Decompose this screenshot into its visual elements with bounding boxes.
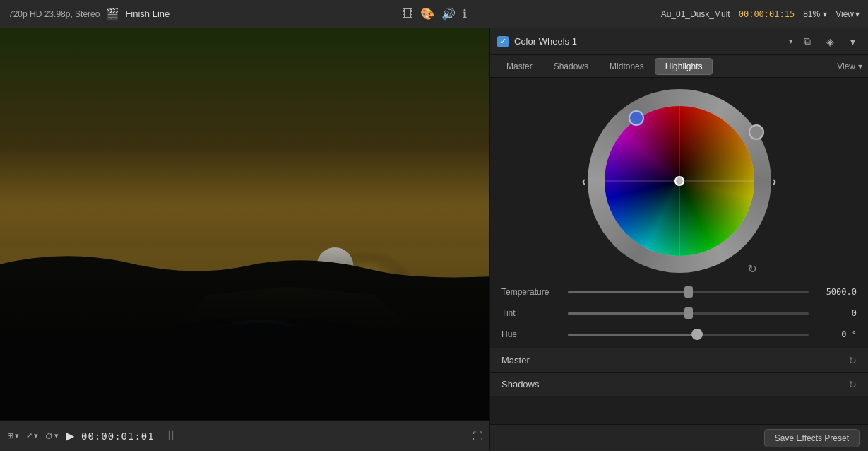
top-bar: 720p HD 23.98p, Stereo 🎬 Finish Line 🎞 🎨… xyxy=(0,0,868,28)
audio-icon[interactable]: 🔊 xyxy=(441,7,456,20)
tint-fill xyxy=(568,312,689,315)
wheel-blue-handle[interactable] xyxy=(629,110,644,126)
top-bar-right: Au_01_Dusk_Mult 00:00:01:15 81% ▾ View ▾ xyxy=(576,9,860,19)
wheel-arrow-right[interactable]: › xyxy=(773,174,777,189)
effect-dropdown-icon[interactable]: ▾ xyxy=(789,37,793,46)
speed-dropdown-icon: ▾ xyxy=(54,431,59,440)
tab-view[interactable]: View ▾ xyxy=(837,62,862,71)
effect-enabled-checkbox[interactable]: ✓ xyxy=(497,36,509,47)
inspector-panel: ✓ Color Wheels 1 ▾ ⧉ ◈ ▾ Master Shadows … xyxy=(489,28,868,451)
video-controls: ⊞ ▾ ⤢ ▾ ⏱ ▾ ▶ 00:00:01:01 ⏸ ⛶ xyxy=(0,420,489,451)
layout-icon: ⊞ xyxy=(7,431,13,440)
speed-control[interactable]: ⏱ ▾ xyxy=(45,431,59,440)
temperature-label: Temperature xyxy=(501,287,559,297)
bottom-bar: Save Effects Preset xyxy=(490,424,868,451)
car-overlay xyxy=(0,204,489,420)
fullscreen-button[interactable]: ⛶ xyxy=(472,430,482,442)
video-panel: ⊞ ▾ ⤢ ▾ ⏱ ▾ ▶ 00:00:01:01 ⏸ ⛶ xyxy=(0,28,489,451)
tab-shadows[interactable]: Shadows xyxy=(543,58,599,75)
hue-value: 0 ° xyxy=(817,329,857,339)
tint-row: Tint 0 xyxy=(501,303,857,324)
hue-thumb[interactable] xyxy=(691,329,703,340)
tab-master[interactable]: Master xyxy=(496,58,543,75)
temperature-row: Temperature 5000.0 xyxy=(501,281,857,303)
top-bar-left: 720p HD 23.98p, Stereo 🎬 Finish Line xyxy=(8,7,292,20)
playback-timecode: 00:00:01:01 xyxy=(81,430,155,442)
main-content: ⊞ ▾ ⤢ ▾ ⏱ ▾ ▶ 00:00:01:01 ⏸ ⛶ ✓ Color Wh… xyxy=(0,28,868,451)
inspector-crop-icon[interactable]: ⧉ xyxy=(799,33,816,50)
temperature-fill xyxy=(568,291,689,293)
transform-dropdown-icon: ▾ xyxy=(34,431,38,440)
project-name: Finish Line xyxy=(125,8,170,19)
shadows-reset-icon[interactable]: ↺ xyxy=(848,379,857,390)
video-meta: 720p HD 23.98p, Stereo xyxy=(8,9,100,19)
inspector-toolbar: ✓ Color Wheels 1 ▾ ⧉ ◈ ▾ xyxy=(490,28,868,55)
tint-thumb[interactable] xyxy=(684,308,693,319)
top-timecode: 00:00:01:15 xyxy=(739,9,795,19)
top-icons: 🎞 🎨 🔊 ℹ xyxy=(402,7,467,20)
wheel-arrow-left[interactable]: ‹ xyxy=(582,174,586,189)
save-preset-button[interactable]: Save Effects Preset xyxy=(764,429,860,447)
film-icon[interactable]: 🎞 xyxy=(402,8,413,20)
video-area xyxy=(0,28,489,420)
tab-midtones[interactable]: Midtones xyxy=(599,58,655,75)
inspector-more-icon[interactable]: ▾ xyxy=(844,33,861,50)
wheel-puck[interactable] xyxy=(674,176,684,186)
hue-row: Hue 0 ° xyxy=(501,324,857,345)
inspector-keyframe-icon[interactable]: ◈ xyxy=(821,33,838,50)
layout-control[interactable]: ⊞ ▾ xyxy=(7,431,19,440)
temperature-value: 5000.0 xyxy=(817,287,857,297)
effect-name: Color Wheels 1 xyxy=(514,36,783,47)
wheel-reset-button[interactable]: ↺ xyxy=(748,262,757,276)
speed-icon: ⏱ xyxy=(45,432,53,440)
top-bar-center: 🎞 🎨 🔊 ℹ xyxy=(292,7,576,20)
playhead-marker: ⏸ xyxy=(165,428,178,443)
info-icon[interactable]: ℹ xyxy=(463,7,467,20)
transform-control[interactable]: ⤢ ▾ xyxy=(26,431,38,440)
layout-dropdown-icon: ▾ xyxy=(15,431,19,440)
tabs-bar: Master Shadows Midtones Highlights View … xyxy=(490,55,868,78)
hue-label: Hue xyxy=(501,329,559,339)
clapper-icon: 🎬 xyxy=(105,7,119,20)
view-button[interactable]: View ▾ xyxy=(836,9,860,19)
hue-slider[interactable] xyxy=(568,334,809,336)
temperature-thumb[interactable] xyxy=(684,286,693,298)
tint-slider[interactable] xyxy=(568,312,809,315)
temperature-slider[interactable] xyxy=(568,291,809,293)
master-section-header[interactable]: Master ↺ xyxy=(490,348,868,372)
clip-name: Au_01_Dusk_Mult xyxy=(661,9,730,19)
tint-label: Tint xyxy=(501,308,559,318)
shadows-section-title: Shadows xyxy=(501,379,848,390)
color-wheel-section: ‹ › ↺ xyxy=(490,78,868,279)
transform-icon: ⤢ xyxy=(26,431,32,440)
master-reset-icon[interactable]: ↺ xyxy=(848,355,857,366)
color-wheel-container[interactable]: ‹ › ↺ xyxy=(588,89,771,273)
tint-value: 0 xyxy=(817,308,857,318)
hue-fill xyxy=(568,334,696,336)
play-button[interactable]: ▶ xyxy=(66,429,74,443)
zoom-control[interactable]: 81% ▾ xyxy=(803,9,827,19)
tab-highlights[interactable]: Highlights xyxy=(655,58,713,75)
wheel-gray-handle[interactable] xyxy=(749,124,764,140)
shadows-section-header[interactable]: Shadows ↺ xyxy=(490,372,868,396)
sliders-section: Temperature 5000.0 Tint 0 Hue xyxy=(490,279,868,348)
color-icon[interactable]: 🎨 xyxy=(420,7,434,20)
master-section-title: Master xyxy=(501,355,848,365)
